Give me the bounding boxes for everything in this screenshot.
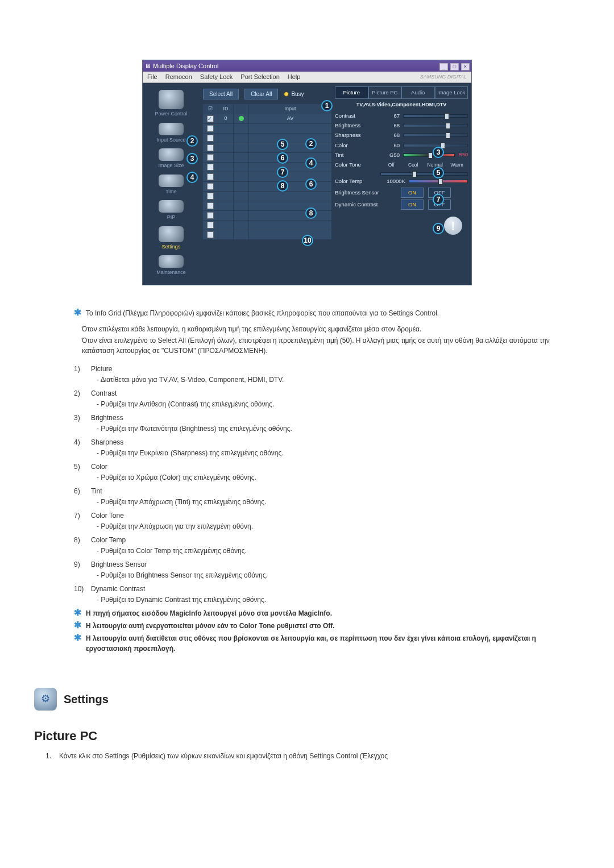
- list-item: 2)Contrast- Ρυθμίζει την Αντίθεση (Contr…: [74, 388, 580, 409]
- tab-picturepc[interactable]: Picture PC: [368, 86, 402, 99]
- callout-7: 7: [433, 194, 444, 205]
- row-check[interactable]: [203, 221, 218, 230]
- titlebar: 🖥 Multiple Display Control _ □ ×: [143, 60, 471, 72]
- menu-file[interactable]: File: [147, 72, 157, 82]
- busy-label: Busy: [291, 90, 304, 98]
- unnamed-sidebar-icon[interactable]: [159, 123, 184, 135]
- row-check[interactable]: [203, 230, 218, 239]
- menu-portselection[interactable]: Port Selection: [240, 72, 279, 82]
- clear-all-button[interactable]: Clear All: [244, 89, 278, 99]
- dcontrast-on-button[interactable]: ON: [401, 200, 424, 210]
- heading-picture-pc: Picture PC: [34, 726, 580, 745]
- sidebar-label-maintenance: Maintenance: [156, 269, 186, 277]
- row-check[interactable]: [203, 134, 218, 143]
- row-check[interactable]: [203, 143, 218, 152]
- row-status-icon: [234, 114, 248, 123]
- sidebar-label-input: Input Source: [156, 136, 185, 144]
- row-check[interactable]: [203, 163, 218, 172]
- callout-4: 4: [186, 172, 198, 183]
- maximize-icon[interactable]: □: [450, 63, 459, 70]
- menu-remocon[interactable]: Remocon: [165, 72, 192, 82]
- item-title: Color: [91, 462, 256, 472]
- menu-help[interactable]: Help: [288, 72, 301, 82]
- para-2: Όταν είναι επιλεγμένο το Select All (Επι…: [82, 335, 580, 356]
- intro-text: Το Info Grid (Πλέγμα Πληροφοριών) εμφανί…: [86, 308, 439, 318]
- close-icon[interactable]: ×: [461, 63, 470, 70]
- tint-value: G50: [380, 151, 400, 159]
- dcontrast-label: Dynamic Contrast: [335, 201, 397, 209]
- callout-2: 2: [305, 138, 317, 149]
- sidebar-label-pip: PIP: [167, 214, 176, 222]
- callout-3: 3: [433, 147, 444, 158]
- item-desc: - Ρυθμίζει την Φωτεινότητα (Brightness) …: [97, 423, 292, 434]
- brand-label: SAMSUNG DIGITAL: [420, 73, 467, 81]
- star-icon: ✱: [74, 633, 81, 654]
- power-control-icon[interactable]: [159, 90, 184, 109]
- menu-safetylock[interactable]: Safety Lock: [200, 72, 233, 82]
- image-size-icon[interactable]: [159, 148, 184, 161]
- maintenance-icon[interactable]: [159, 255, 184, 268]
- step-num: 1.: [45, 751, 55, 761]
- contrast-slider[interactable]: [403, 114, 468, 118]
- grid-col-input: Input: [249, 104, 331, 114]
- row-check[interactable]: [203, 211, 218, 220]
- item-desc: - Ρυθμίζει το Brightness Sensor της επιλ…: [97, 570, 268, 580]
- colortemp-slider[interactable]: [409, 180, 468, 183]
- item-number: 2): [74, 388, 86, 409]
- row-check[interactable]: [203, 201, 218, 210]
- step-1: 1. Κάντε κλικ στο Settings (Ρυθμίσεις) τ…: [45, 751, 580, 761]
- brightness-value: 68: [380, 122, 400, 130]
- colortone-slider[interactable]: [380, 172, 468, 176]
- row-check[interactable]: [203, 124, 218, 133]
- tint-slider[interactable]: [403, 153, 455, 157]
- star-icon: ✱: [74, 621, 81, 631]
- color-label: Color: [335, 142, 377, 149]
- tab-audio[interactable]: Audio: [401, 86, 435, 99]
- tab-picture[interactable]: Picture: [335, 86, 368, 99]
- callout-1: 1: [321, 100, 333, 111]
- select-all-button[interactable]: Select All: [203, 89, 239, 99]
- panel-subheader: TV,AV,S-Video,Component,HDMI,DTV: [335, 99, 468, 110]
- item-number: 9): [74, 559, 86, 580]
- app-title: Multiple Display Control: [153, 61, 219, 71]
- minimize-icon[interactable]: _: [439, 63, 448, 70]
- item-desc: - Ρυθμίζει την Αντίθεση (Contrast) της ε…: [97, 399, 274, 409]
- tab-imagelock[interactable]: Image Lock: [435, 86, 468, 99]
- row-check[interactable]: [203, 153, 218, 162]
- time-icon[interactable]: [159, 175, 184, 187]
- menubar: File Remocon Safety Lock Port Selection …: [143, 72, 471, 83]
- brightness-slider[interactable]: [403, 124, 468, 127]
- color-slider[interactable]: [403, 144, 468, 147]
- row-check[interactable]: [203, 114, 218, 123]
- item-desc: - Διατίθεται μόνο για TV,AV, S-Video, Co…: [97, 375, 284, 385]
- row-input: AV: [249, 114, 331, 123]
- sidebar-label-image: Image Size: [158, 162, 184, 170]
- intro-note: ✱ Το Info Grid (Πλέγμα Πληροφοριών) εμφα…: [74, 308, 580, 318]
- list-item: 8)Color Temp- Ρυθμίζει το Color Temp της…: [74, 535, 580, 556]
- star-note: ✱Η λειτουργία αυτή ενεργοποιείται μόνον …: [74, 621, 580, 631]
- brightness-label: Brightness: [335, 122, 377, 130]
- row-check[interactable]: [203, 172, 218, 181]
- row-check[interactable]: [203, 182, 218, 191]
- contrast-label: Contrast: [335, 112, 377, 120]
- tint-right: R50: [458, 151, 468, 159]
- dcontrast-row: Dynamic Contrast ON OFF: [335, 200, 468, 210]
- item-title: Brightness: [91, 413, 292, 423]
- callout-5: 5: [433, 167, 444, 178]
- callout-7: 7: [277, 167, 288, 178]
- pip-icon[interactable]: [159, 200, 184, 213]
- item-title: Color Tone: [91, 510, 253, 521]
- sharpness-slider[interactable]: [403, 134, 468, 137]
- list-item: 3)Brightness- Ρυθμίζει την Φωτεινότητα (…: [74, 413, 580, 434]
- item-number: 4): [74, 437, 86, 458]
- row-check[interactable]: [203, 192, 218, 201]
- settings-icon[interactable]: [159, 226, 184, 242]
- item-number: 1): [74, 364, 86, 385]
- contrast-value: 67: [380, 112, 400, 120]
- step-text: Κάντε κλικ στο Settings (Ρυθμίσεις) των …: [59, 751, 388, 761]
- bsensor-on-button[interactable]: ON: [401, 188, 424, 198]
- window-controls[interactable]: _ □ ×: [439, 61, 470, 71]
- color-row: Color 60: [335, 142, 468, 149]
- list-item: 1)Picture- Διατίθεται μόνο για TV,AV, S-…: [74, 364, 580, 385]
- tint-label: Tint: [335, 151, 377, 159]
